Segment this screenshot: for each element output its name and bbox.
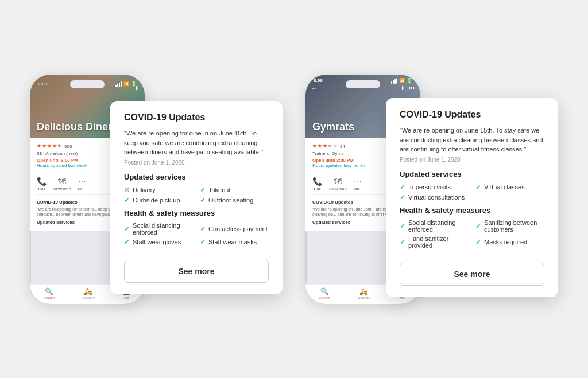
right-hero-title: Gymrats: [312, 121, 354, 133]
right-service-inperson: ✓ In-person visits: [400, 183, 469, 191]
left-health-gloves: ✓ Staff wear gloves: [124, 238, 193, 246]
check-icon: ✓: [124, 238, 130, 246]
phone-icon: 📞: [37, 177, 47, 186]
right-services-grid: ✓ In-person visits ✓ Virtual classes ✓ V…: [400, 183, 544, 201]
right-phone-icon: 📞: [312, 177, 322, 186]
left-service-takeout: ✓ Takeout: [200, 186, 269, 194]
check-icon: ✓: [400, 183, 405, 191]
check-icon: ✓: [400, 222, 405, 230]
left-see-more-button[interactable]: See more: [124, 260, 269, 283]
left-hero-title: Delicious Diner: [37, 121, 112, 133]
right-health-title: Health & safety measures: [400, 206, 544, 215]
check-icon: ✓: [400, 238, 405, 246]
left-health-title: Health & safety measures: [124, 209, 269, 217]
right-card-quote: "We are re-opening on June 15th. To stay…: [400, 126, 544, 154]
right-health-masks: ✓ Masks required: [475, 235, 544, 249]
delivery-tab[interactable]: 🛵 Delivery: [82, 287, 95, 299]
right-see-more-button[interactable]: See more: [400, 263, 544, 286]
right-time: 8:08: [314, 78, 323, 83]
search-icon: 🔍: [45, 287, 53, 295]
left-call[interactable]: 📞 Call: [37, 177, 47, 191]
right-health-distancing: ✓ Social distancing enforced: [400, 219, 469, 233]
left-services-grid: ✕ Delivery ✓ Takeout ✓ Curbside pick-up …: [124, 186, 269, 204]
right-search-tab[interactable]: 🔍 Search: [319, 287, 330, 299]
delivery-icon: 🛵: [84, 287, 92, 295]
left-card: COVID-19 Updates "We are re-opening for …: [110, 101, 283, 294]
left-health-grid: ✓ Social distancing enforced ✓ Contactle…: [124, 222, 269, 246]
left-health-contactless: ✓ Contactless payment: [200, 222, 269, 236]
right-call[interactable]: 📞 Call: [312, 177, 322, 191]
wifi-icon: 📶: [123, 81, 129, 87]
left-time: 8:08: [38, 81, 47, 87]
right-card-title: COVID-19 Updates: [400, 110, 544, 120]
right-health-sanitizing: ✓ Sanitizing between customers: [475, 219, 544, 233]
left-card-quote: "We are re-opening for dine-in on June 1…: [124, 128, 269, 157]
check-icon: ✓: [200, 225, 206, 233]
right-wifi-icon: 📶: [399, 78, 405, 83]
right-battery-icon: 🔋: [407, 78, 412, 83]
check-icon: ✓: [400, 193, 405, 201]
right-more-icon: ⋯: [354, 177, 362, 186]
back-icon[interactable]: ←: [311, 85, 317, 91]
check-icon: ✓: [124, 225, 130, 233]
check-icon: ✓: [200, 186, 206, 194]
check-icon: ✓: [124, 196, 130, 204]
cross-icon: ✕: [124, 186, 130, 194]
left-service-delivery: ✕ Delivery: [124, 186, 193, 194]
left-updated-services-title: Updated services: [124, 173, 269, 181]
left-card-posted: Posted on June 1, 2020: [124, 159, 269, 166]
left-health-distancing: ✓ Social distancing enforced: [124, 222, 193, 236]
right-phone-notch: [346, 80, 380, 88]
right-card: COVID-19 Updates "We are re-opening on J…: [386, 98, 558, 297]
left-service-curbside: ✓ Curbside pick-up: [124, 196, 193, 204]
battery-icon: 🔋: [131, 81, 137, 87]
left-map[interactable]: 🗺 View map: [53, 177, 71, 191]
right-service-virtual-consult: ✓ Virtual consultations: [400, 193, 469, 201]
right-more[interactable]: ⋯ Mo...: [354, 177, 363, 191]
right-card-posted: Posted on June 1, 2020: [400, 157, 544, 163]
right-delivery-icon: 🛵: [359, 287, 368, 295]
right-service-virtual-classes: ✓ Virtual classes: [475, 183, 544, 191]
check-icon: ✓: [475, 238, 481, 246]
right-updated-services-title: Updated services: [400, 170, 544, 178]
right-more-icon[interactable]: •••: [408, 85, 415, 91]
phone-notch: [70, 80, 105, 88]
left-more[interactable]: ⋯ Mo...: [78, 177, 87, 191]
map-icon: 🗺: [58, 177, 66, 186]
right-search-icon: 🔍: [320, 287, 329, 295]
left-health-masks: ✓ Staff wear masks: [200, 238, 269, 246]
right-health-grid: ✓ Social distancing enforced ✓ Sanitizin…: [400, 219, 544, 249]
right-share-icon[interactable]: ⬆: [400, 85, 405, 91]
right-map-icon: 🗺: [334, 177, 342, 186]
right-health-sanitizer: ✓ Hand sanitizer provided: [400, 235, 469, 249]
left-service-outdoor: ✓ Outdoor seating: [200, 196, 269, 204]
check-icon: ✓: [200, 238, 206, 246]
right-delivery-tab[interactable]: 🛵 Delivery: [358, 287, 370, 299]
right-map[interactable]: 🗺 View map: [329, 177, 347, 191]
search-tab[interactable]: 🔍 Search: [44, 287, 55, 299]
more-icon: ⋯: [78, 177, 86, 186]
left-card-title: COVID-19 Updates: [124, 112, 269, 123]
check-icon: ✓: [475, 183, 481, 191]
check-icon: ✓: [475, 222, 481, 230]
check-icon: ✓: [200, 196, 206, 204]
